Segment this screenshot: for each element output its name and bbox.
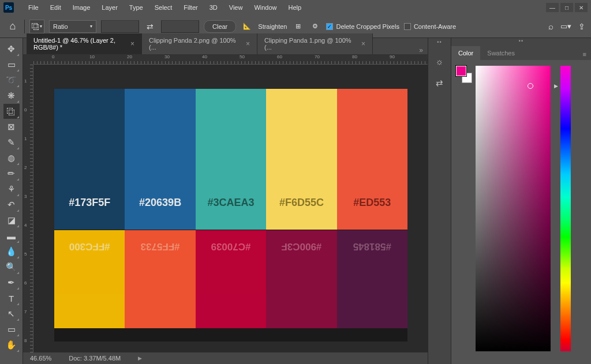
properties-panel-icon[interactable]: ⇄ [433,77,447,89]
ruler-corner [23,54,33,65]
menu-file[interactable]: File [23,2,44,13]
doc-size[interactable]: Doc: 3.37M/5.48M [69,355,121,362]
menu-select[interactable]: Select [149,2,178,13]
blur-tool[interactable]: 💧 [3,244,20,259]
color-field[interactable] [476,66,551,351]
menu-image[interactable]: Image [68,2,96,13]
swatches-tab[interactable]: Swatches [480,46,522,60]
menu-window[interactable]: Window [249,2,282,13]
history-brush-tool[interactable]: ↶ [3,197,20,212]
home-icon[interactable]: ⌂ [6,20,20,33]
color-tab[interactable]: Color [451,46,480,60]
menu-3d[interactable]: 3D [204,2,223,13]
grid-overlay-icon[interactable]: ⊞ [291,20,304,33]
workspace-icon[interactable]: ▭▾ [560,22,571,31]
delete-cropped-checkbox[interactable]: ✓ Delete Cropped Pixels [326,23,399,30]
delete-cropped-label: Delete Cropped Pixels [336,23,399,30]
checkbox-icon: ✓ [326,23,333,30]
color-swatch: #FF5733 [125,230,195,328]
share-icon[interactable]: ⇪ [578,22,585,31]
color-panel: •• Color Swatches ≡ ▶ [451,38,591,364]
close-icon[interactable]: × [246,40,250,48]
pen-tool[interactable]: ✒ [3,275,20,290]
close-button[interactable]: ✕ [575,3,588,12]
color-swatch: #173F5F [54,89,125,230]
eyedropper-tool[interactable]: ✎ [3,135,20,150]
type-tool[interactable]: T [3,291,20,306]
crop-width-input[interactable] [101,20,139,33]
ratio-select[interactable]: Ratio▾ [49,20,96,33]
lasso-tool[interactable]: ➰ [3,73,20,88]
collapse-handle[interactable]: •• [451,38,591,44]
gradient-tool[interactable]: ▬ [3,228,20,243]
menu-edit[interactable]: Edit [45,2,66,13]
menu-type[interactable]: Type [124,2,148,13]
path-select-tool[interactable]: ↖ [3,306,20,321]
document-area: Untitled-1 @ 46.7% (Layer 2, RGB/8#) * ×… [23,38,428,364]
quick-select-tool[interactable]: ❋ [3,88,20,103]
palette-row-2: #581845#900C3F#C70039#FF5733#FFC300 [54,230,407,328]
zoom-level[interactable]: 46.65% [30,355,51,362]
search-icon[interactable]: ⌕ [548,21,553,31]
right-panels: •• ☼ ⇄ •• Color Swatches ≡ ▶ [428,38,591,364]
minimize-button[interactable]: — [546,3,559,12]
doc-tab[interactable]: Clipping Panda 1.png @ 100% (... × [257,33,373,54]
doc-tab-label: Clipping Panda 1.png @ 100% (... [264,37,356,51]
foreground-color-swatch[interactable] [456,66,466,76]
collapse-handle[interactable]: •• [428,39,451,45]
status-arrow-icon[interactable]: ▶ [138,355,142,361]
clone-stamp-tool[interactable]: ⚘ [3,182,20,197]
hue-indicator-icon: ▶ [554,83,558,89]
content-aware-label: Content-Aware [414,23,456,30]
close-icon[interactable]: × [361,40,365,48]
menu-bar: Ps File Edit Image Layer Type Select Fil… [0,0,591,15]
clear-button[interactable]: Clear [204,20,236,33]
shape-tool[interactable]: ▭ [3,322,20,337]
menu-filter[interactable]: Filter [178,2,203,13]
palette-row-1: #173F5F#20639B#3CAEA3#F6D55C#ED553 [54,89,407,230]
close-icon[interactable]: × [130,40,134,48]
crop-tool-preset[interactable]: ⿻▾ [29,20,44,33]
color-swatch: #FFC300 [54,230,125,328]
menu-help[interactable]: Help [283,2,307,13]
straighten-label: Straighten [258,23,287,30]
panel-menu-icon[interactable]: ≡ [578,48,591,60]
menu-layer[interactable]: Layer [96,2,123,13]
color-swatch: #ED553 [337,89,407,230]
doc-tab[interactable]: Clipping Panda 2.png @ 100% (... × [142,33,257,54]
canvas-viewport[interactable]: 0102030405060708090100 101234567890 #173… [23,54,428,352]
frame-tool[interactable]: ⊠ [3,119,20,134]
tabs-overflow-icon[interactable]: » [414,46,428,54]
menu-view[interactable]: View [224,2,248,13]
horizontal-ruler: 0102030405060708090100 [33,54,428,65]
crop-settings-icon[interactable]: ⚙ [309,20,321,33]
crop-tool[interactable]: ⿻ [3,104,20,119]
color-cursor[interactable] [528,83,533,89]
artboard[interactable]: #173F5F#20639B#3CAEA3#F6D55C#ED553 #5818… [33,65,428,341]
hand-tool[interactable]: ✋ [3,337,20,352]
doc-tab[interactable]: Untitled-1 @ 46.7% (Layer 2, RGB/8#) * × [27,33,142,54]
eraser-tool[interactable]: ◪ [3,213,20,228]
doc-tab-label: Clipping Panda 2.png @ 100% (... [149,37,240,51]
window-controls: — □ ✕ [546,3,588,12]
main-area: ✥ ▭ ➰ ❋ ⿻ ⊠ ✎ ◍ ✏ ⚘ ↶ ◪ ▬ 💧 🔍 ✒ T ↖ ▭ ✋ … [0,38,591,364]
hue-slider[interactable] [560,66,571,351]
straighten-icon[interactable]: 📐 [241,20,253,33]
fg-bg-colors[interactable] [456,66,472,83]
ps-logo[interactable]: Ps [3,2,14,13]
adjustments-panel-icon[interactable]: ☼ [433,55,447,67]
brush-tool[interactable]: ✏ [3,166,20,181]
canvas[interactable]: #173F5F#20639B#3CAEA3#F6D55C#ED553 #5818… [54,89,407,342]
healing-tool[interactable]: ◍ [3,151,20,166]
move-tool[interactable]: ✥ [3,42,20,57]
dodge-tool[interactable]: 🔍 [3,260,20,275]
marquee-tool[interactable]: ▭ [3,57,20,72]
crop-height-input[interactable] [161,20,199,33]
color-swatch: #F6D55C [266,89,336,230]
tools-panel: ✥ ▭ ➰ ❋ ⿻ ⊠ ✎ ◍ ✏ ⚘ ↶ ◪ ▬ 💧 🔍 ✒ T ↖ ▭ ✋ [0,38,23,364]
swap-dimensions-icon[interactable]: ⇄ [144,20,156,33]
content-aware-checkbox[interactable]: Content-Aware [404,23,456,30]
maximize-button[interactable]: □ [560,3,573,12]
color-swatch: #900C3F [266,230,336,328]
vertical-ruler: 101234567890 [23,65,33,352]
